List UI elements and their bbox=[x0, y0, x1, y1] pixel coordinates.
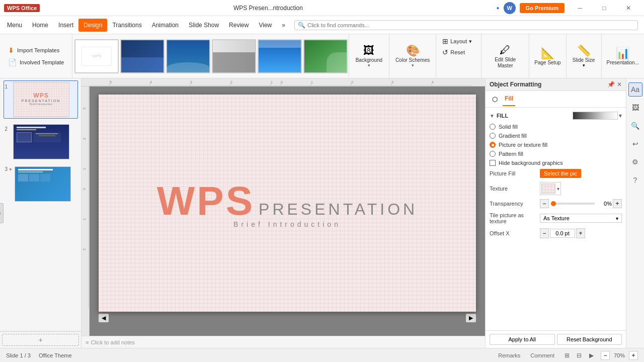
offset-x-input[interactable] bbox=[550, 229, 575, 238]
minimize-button[interactable]: ─ bbox=[569, 0, 592, 16]
offset-x-plus-button[interactable]: + bbox=[576, 228, 585, 238]
reading-view-button[interactable]: ▶ bbox=[586, 350, 597, 360]
gradient-fill-option[interactable]: Gradient fill bbox=[490, 133, 622, 139]
panel-pin-button[interactable]: 📌 bbox=[607, 81, 615, 88]
page-setup-button[interactable]: 📐 Page Setup bbox=[532, 45, 562, 67]
menu-item-animation[interactable]: Animation bbox=[147, 19, 184, 32]
menu-item-view[interactable]: View bbox=[254, 19, 277, 32]
go-premium-button[interactable]: Go Premium bbox=[520, 3, 565, 13]
tile-select[interactable]: As Texture ▾ bbox=[540, 214, 622, 223]
hide-bg-checkbox[interactable] bbox=[490, 160, 496, 166]
transparency-slider[interactable] bbox=[551, 203, 595, 205]
fill-tab[interactable]: Fill bbox=[503, 92, 515, 106]
picture-texture-fill-radio[interactable] bbox=[490, 142, 496, 148]
import-templates-button[interactable]: ⬇ Import Templates bbox=[4, 44, 68, 56]
menu-item-home[interactable]: Home bbox=[27, 19, 53, 32]
hide-background-graphics-option[interactable]: Hide background graphics bbox=[490, 160, 622, 166]
maximize-button[interactable]: □ bbox=[593, 0, 616, 16]
side-image-button[interactable]: 🖼 bbox=[628, 101, 642, 115]
theme-green[interactable] bbox=[303, 39, 348, 73]
presentation-button[interactable]: 📊 Presentation... bbox=[605, 45, 641, 67]
layout-button[interactable]: ⊞ Layout ▾ bbox=[440, 36, 477, 46]
menu-item-transitions[interactable]: Transitions bbox=[107, 19, 146, 32]
theme-blank[interactable]: WPS bbox=[74, 39, 119, 73]
side-icon-strip: Aa 🖼 🔍 ↩ ⚙ ? bbox=[626, 78, 644, 348]
slide-item-3[interactable]: 3 ✶ bbox=[4, 165, 78, 203]
panel-close-button[interactable]: ✕ bbox=[617, 81, 622, 88]
user-avatar[interactable]: W bbox=[504, 2, 516, 14]
background-label: Background bbox=[356, 57, 382, 63]
solid-fill-option[interactable]: Solid fill bbox=[490, 124, 622, 130]
involved-template-button[interactable]: 📄 Involved Template bbox=[4, 56, 68, 68]
zoom-out-button[interactable]: − bbox=[601, 351, 610, 360]
side-history-button[interactable]: ↩ bbox=[628, 137, 642, 151]
picture-texture-fill-label: Picture or texture fill bbox=[499, 142, 547, 148]
transparency-row: Transparency − 0% + bbox=[490, 199, 622, 208]
offset-x-minus-button[interactable]: − bbox=[540, 228, 549, 238]
fill-section-label: FILL bbox=[497, 113, 508, 119]
import-templates-label: Import Templates bbox=[17, 47, 59, 53]
menu-item-menu[interactable]: Menu bbox=[2, 19, 27, 32]
theme-blue-waves[interactable] bbox=[166, 39, 210, 73]
slide-sorter-button[interactable]: ⊟ bbox=[574, 350, 585, 360]
svg-text:3: 3 bbox=[190, 80, 192, 84]
notes-bar[interactable]: ≡ Click to add notes bbox=[82, 336, 485, 348]
solid-fill-radio[interactable] bbox=[490, 124, 496, 130]
apply-to-all-button[interactable]: Apply to All bbox=[490, 334, 555, 345]
comment-button[interactable]: Comment bbox=[527, 351, 557, 359]
menu-item-insert[interactable]: Insert bbox=[53, 19, 78, 32]
fill-color-preview bbox=[573, 112, 618, 120]
fill-section-header[interactable]: ▼ FILL ▾ bbox=[490, 112, 622, 120]
remarks-button[interactable]: Remarks bbox=[495, 351, 523, 359]
fill-dropdown-icon[interactable]: ▾ bbox=[619, 112, 622, 119]
next-slide-button[interactable]: ▶ bbox=[466, 314, 476, 322]
slide-size-button[interactable]: 📏 Slide Size ▾ bbox=[571, 42, 597, 70]
transparency-thumb[interactable] bbox=[551, 201, 556, 206]
reset-background-button[interactable]: Reset Background bbox=[557, 334, 622, 345]
pattern-fill-radio[interactable] bbox=[490, 151, 496, 157]
menu-item-slideshow[interactable]: Slide Show bbox=[184, 19, 224, 32]
view-mode-buttons: ⊞ ⊟ ▶ bbox=[561, 350, 597, 360]
ruler-horizontal: 5 4 3 2 1 0 1 2 3 4 bbox=[82, 78, 485, 86]
menu-item-design[interactable]: Design bbox=[78, 19, 107, 32]
layout-label: Layout bbox=[450, 38, 467, 44]
background-button[interactable]: 🖼 Background ▾ bbox=[354, 42, 384, 70]
zoom-in-button[interactable]: + bbox=[629, 351, 638, 360]
click-to-add-notes: Click to add notes bbox=[91, 339, 134, 345]
transparency-minus-button[interactable]: − bbox=[540, 199, 549, 208]
transparency-plus-button[interactable]: + bbox=[613, 199, 622, 208]
reset-button[interactable]: ↺ Reset bbox=[440, 47, 477, 57]
side-help-button[interactable]: ? bbox=[628, 173, 642, 187]
theme-blue-stripes[interactable] bbox=[258, 39, 302, 73]
edit-slide-master-button[interactable]: 🖊 Edit Slide Master bbox=[486, 42, 525, 71]
side-search-button[interactable]: 🔍 bbox=[628, 119, 642, 133]
picture-texture-fill-option[interactable]: Picture or texture fill bbox=[490, 142, 622, 148]
select-picture-button[interactable]: Select the pic bbox=[540, 169, 581, 178]
search-input[interactable] bbox=[307, 22, 634, 28]
menu-item-review[interactable]: Review bbox=[224, 19, 254, 32]
collapse-left-button[interactable]: ‹ bbox=[0, 203, 4, 223]
close-button[interactable]: ✕ bbox=[617, 0, 640, 16]
slide-item-2[interactable]: 2 bbox=[4, 123, 78, 161]
menu-more[interactable]: » bbox=[277, 19, 290, 32]
unsaved-indicator: ● bbox=[497, 5, 500, 11]
prev-slide-button[interactable]: ◀ bbox=[99, 314, 109, 322]
slide-item-1[interactable]: 1 WPS PRESENTATION Brief Introduction bbox=[4, 80, 78, 119]
theme-blue-dots[interactable] bbox=[120, 39, 165, 73]
panel-shape-icon[interactable]: ⬡ bbox=[488, 92, 502, 106]
pattern-fill-option[interactable]: Pattern fill bbox=[490, 151, 622, 157]
slide-canvas[interactable]: WPS PRESENTATION Brief Introduction bbox=[99, 95, 476, 312]
ribbon-import-group: ⬇ Import Templates 📄 Involved Template bbox=[0, 34, 72, 78]
color-schemes-button[interactable]: 🎨 Color Schemes ▾ bbox=[393, 42, 432, 70]
svg-text:1: 1 bbox=[83, 218, 86, 220]
svg-text:5: 5 bbox=[110, 80, 112, 84]
texture-selector[interactable]: ▾ bbox=[540, 182, 561, 195]
svg-text:1: 1 bbox=[271, 80, 273, 84]
add-slide-button[interactable]: + bbox=[2, 334, 79, 346]
side-settings-button[interactable]: ⚙ bbox=[628, 155, 642, 169]
gradient-fill-radio[interactable] bbox=[490, 133, 496, 139]
normal-view-button[interactable]: ⊞ bbox=[561, 350, 573, 360]
svg-text:1: 1 bbox=[83, 168, 86, 170]
side-formatting-button[interactable]: Aa bbox=[628, 82, 642, 97]
theme-people[interactable] bbox=[212, 39, 256, 73]
